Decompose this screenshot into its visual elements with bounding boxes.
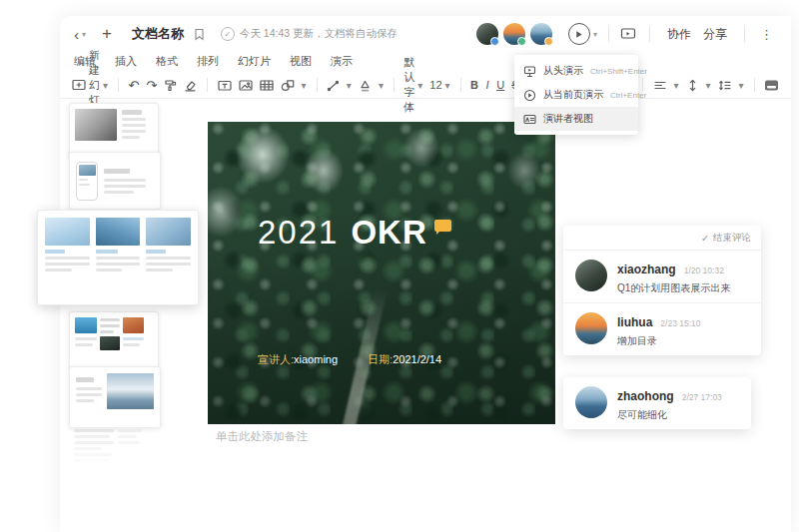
divider [744,26,745,42]
fill-caret[interactable]: ▾ [379,80,384,91]
bold-button[interactable]: B [470,79,478,91]
slide-title-textbox[interactable]: 2021 OKR [258,214,451,252]
title-okr: OKR [351,214,426,252]
fill-color-icon[interactable] [359,79,372,92]
vertical-align-caret[interactable]: ▾ [706,80,711,91]
line-style-icon[interactable] [327,79,340,92]
redo-button[interactable]: ↷ [146,78,157,93]
resolve-comments-button[interactable]: ✓ 结束评论 [563,226,761,251]
line-spacing-icon[interactable] [718,79,732,92]
comment-time: 1/20 10:32 [684,266,724,275]
thumb-text [76,373,102,421]
avatar-collaborator-2[interactable] [503,23,525,45]
comment-panel-2: zhaohong2/27 17:03 尽可能细化 [563,377,751,429]
avatar-collaborator-1[interactable] [476,23,498,45]
horizontal-align-icon[interactable] [653,79,667,92]
avatar [575,312,607,344]
comment-item[interactable]: zhaohong2/27 17:03 尽可能细化 [563,377,751,429]
share-button[interactable]: 分享 [697,26,733,43]
status-dot [490,37,499,46]
comment-time: 2/27 17:03 [682,392,722,402]
avatar [575,386,607,418]
comment-item[interactable]: liuhua2/23 15:10 增加目录 [563,302,761,355]
menu-format[interactable]: 格式 [156,54,178,70]
menu-insert[interactable]: 插入 [115,54,137,70]
present-options-caret[interactable]: ▾ [593,30,597,39]
menu-item-present-current[interactable]: 从当前页演示 Ctrl+Enter [514,83,638,107]
menu-arrange[interactable]: 排列 [197,54,219,70]
line-spacing-caret[interactable]: ▾ [739,80,744,91]
shade-overlay [208,122,555,424]
slide-thumbnail-5[interactable] [69,366,161,428]
clear-format-icon[interactable] [184,79,197,92]
divider [649,26,650,42]
divider [608,26,609,42]
slide-thumbnail-1[interactable] [69,103,159,159]
document-title[interactable]: 文档名称 [132,25,184,43]
comment-panel-1: ✓ 结束评论 xiaozhang1/20 10:32 Q1的计划用图表展示出来 … [563,226,761,355]
menu-item-presenter-view[interactable]: 演讲者视图 [514,107,638,131]
new-slide-icon [72,78,86,92]
vertical-align-icon[interactable] [686,79,699,92]
comment-item[interactable]: xiaozhang1/20 10:32 Q1的计划用图表展示出来 [563,251,761,302]
slide-thumbnail-3-selected[interactable] [37,210,199,305]
slide-thumbnail-6[interactable] [69,422,147,470]
chevron-down-icon[interactable]: ▾ [82,30,86,39]
cast-screen-icon[interactable] [620,27,636,41]
autosave-status: ✓ 今天 14:43 更新，文档将自动保存 [221,27,398,41]
comment-author: liuhua [617,315,652,329]
menu-bar: 编辑 插入 格式 排列 幻灯片 视图 演示 [74,54,353,70]
font-size-select[interactable]: 12▾ [429,79,449,91]
notes-placeholder[interactable]: 单击此处添加备注 [216,429,308,444]
horizontal-align-caret[interactable]: ▾ [674,80,679,91]
more-menu-button[interactable]: ⋮ [756,27,777,42]
avatar-collaborator-3[interactable] [530,23,552,45]
insert-image-icon[interactable] [239,79,253,92]
title-year: 2021 [258,214,339,252]
font-family-select[interactable]: 默认字体▾ [403,55,422,115]
comment-text: 增加目录 [617,334,701,348]
text-box-icon[interactable] [218,79,232,92]
menu-present[interactable]: 演示 [331,54,353,70]
collaborate-button[interactable]: 协作 [661,26,697,43]
back-button[interactable]: ‹ [74,27,79,42]
underline-button[interactable]: U [496,79,504,91]
slide-thumbnail-2[interactable] [69,152,161,210]
thumb-phone-image [76,162,98,201]
thumb-card [45,218,90,297]
present-play-button[interactable] [568,23,590,45]
shape-caret[interactable]: ▾ [302,80,307,91]
format-painter-icon[interactable] [164,79,177,92]
status-dot [544,37,553,46]
app-window: ‹ ▾ + 文档名称 ✓ 今天 14:43 更新，文档将自动保存 ▾ [60,16,791,532]
line-caret[interactable]: ▾ [347,80,352,91]
thumb-card [146,218,191,297]
slide-thumbnail-4[interactable] [69,311,159,368]
undo-button[interactable]: ↶ [128,78,139,93]
thumb-text [122,109,153,153]
check-circle-icon: ✓ [221,27,235,41]
presenter-view-icon [523,113,536,126]
menu-view[interactable]: 视图 [290,54,312,70]
theme-icon[interactable] [764,79,779,92]
slide-canvas[interactable]: 2021 OKR 宣讲人:xiaoming 日期:2021/2/14 [208,122,555,424]
slide-meta-textbox[interactable]: 宣讲人:xiaoming 日期:2021/2/14 [258,352,441,367]
insert-table-icon[interactable] [260,79,274,92]
play-circle-icon [523,89,536,102]
comment-text: 尽可能细化 [617,408,722,422]
check-icon: ✓ [701,233,709,244]
title-bar: ‹ ▾ + 文档名称 ✓ 今天 14:43 更新，文档将自动保存 ▾ [60,16,791,52]
comment-time: 2/23 15:10 [660,318,700,328]
insert-shape-icon[interactable] [281,79,295,92]
italic-button[interactable]: I [485,79,489,91]
comment-marker-icon[interactable] [434,220,451,232]
menu-slide[interactable]: 幻灯片 [238,54,271,70]
bookmark-icon[interactable] [194,28,205,41]
avatar [575,260,607,291]
comment-author: xiaozhang [617,263,676,276]
date-label: 日期: [368,353,393,365]
thumb-image [107,373,154,409]
menu-item-present-from-start[interactable]: 从头演示 Ctrl+Shift+Enter [514,59,638,83]
new-document-button[interactable]: + [102,24,112,44]
presenter-value: xiaoming [294,353,338,365]
